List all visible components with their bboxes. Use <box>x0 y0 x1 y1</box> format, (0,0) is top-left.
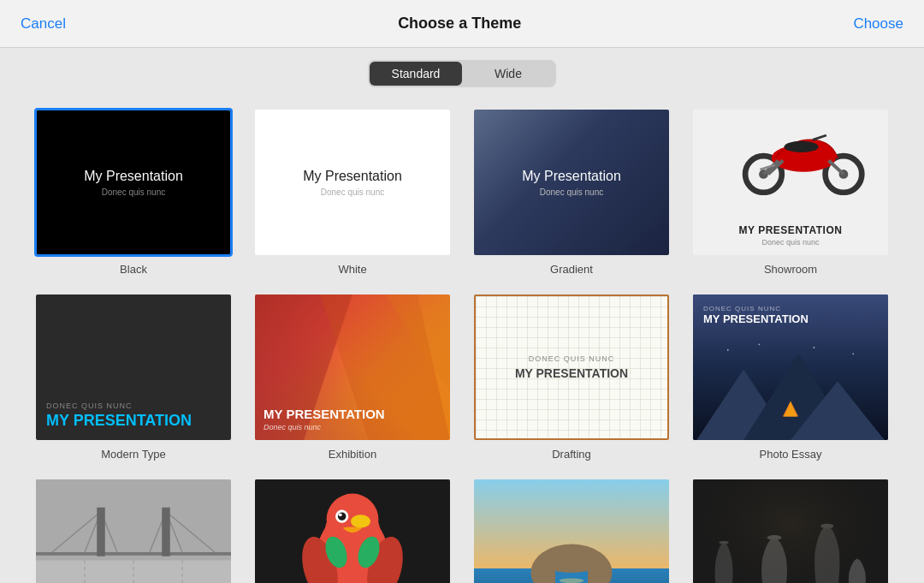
theme-showroom-label: Showroom <box>764 263 817 276</box>
svg-rect-32 <box>36 561 231 584</box>
theme-black[interactable]: My Presentation Donec quis nunc Black <box>34 108 233 276</box>
svg-rect-64 <box>693 479 888 583</box>
svg-point-18 <box>727 349 729 351</box>
theme-bw[interactable] <box>34 478 233 583</box>
theme-white-label: White <box>338 263 366 276</box>
svg-line-8 <box>828 160 843 174</box>
theme-photoessay-label: Photo Essay <box>760 448 822 461</box>
theme-moderntype-thumbnail: DONEC QUIS NUNC MY PRESENTATION <box>34 293 233 442</box>
theme-moderntype-title: MY PRESENTATION <box>46 412 192 430</box>
theme-coastal[interactable] <box>472 478 671 583</box>
theme-bw-thumbnail <box>34 478 233 583</box>
parrot-scene <box>255 479 450 583</box>
theme-white-title: My Presentation <box>303 169 402 184</box>
cancel-button[interactable]: Cancel <box>21 15 66 33</box>
theme-gradient[interactable]: My Presentation Donec quis nunc Gradient <box>472 108 671 276</box>
wide-tab[interactable]: Wide <box>462 62 554 86</box>
theme-gradient-label: Gradient <box>550 263 593 276</box>
svg-point-54 <box>543 553 601 573</box>
themes-grid: My Presentation Donec quis nunc Black My… <box>0 99 924 583</box>
theme-exhibition-thumbnail: MY PRESENTATION Donec quis nunc <box>253 293 452 442</box>
theme-black-thumbnail: My Presentation Donec quis nunc <box>34 108 233 257</box>
theme-moderntype-subtitle: DONEC QUIS NUNC <box>46 402 133 410</box>
choose-button[interactable]: Choose <box>853 15 903 33</box>
theme-photoessay-title: MY PRESENTATION <box>703 312 808 325</box>
svg-point-20 <box>814 347 815 348</box>
svg-rect-23 <box>36 552 231 556</box>
coastal-scene <box>474 479 669 583</box>
svg-line-9 <box>812 135 826 140</box>
architecture-scene <box>36 479 231 583</box>
theme-dark-thumbnail <box>691 478 890 583</box>
theme-showroom-title: MY PRESENTATION <box>739 224 843 236</box>
theme-white-subtitle: Donec quis nunc <box>321 187 385 197</box>
mountain-scene <box>693 338 888 440</box>
svg-rect-30 <box>97 508 105 556</box>
theme-showroom-thumbnail: MY PRESENTATION Donec quis nunc <box>691 108 890 257</box>
theme-photoessay-thumbnail: DONEC QUIS NUNC MY PRESENTATION <box>691 293 890 442</box>
theme-photoessay[interactable]: DONEC QUIS NUNC MY PRESENTATION Photo Es… <box>691 293 890 461</box>
svg-point-44 <box>339 513 342 516</box>
theme-black-title: My Presentation <box>84 169 183 184</box>
theme-gradient-thumbnail: My Presentation Donec quis nunc <box>472 108 671 257</box>
svg-point-43 <box>338 512 346 521</box>
theme-gradient-subtitle: Donec quis nunc <box>540 187 604 197</box>
theme-dark[interactable] <box>691 478 890 583</box>
theme-black-label: Black <box>120 263 147 276</box>
svg-rect-31 <box>162 508 170 556</box>
theme-drafting-title: MY PRESENTATION <box>515 366 628 380</box>
theme-exhibition[interactable]: MY PRESENTATION Donec quis nunc Exhibiti… <box>253 293 452 461</box>
dialog-title: Choose a Theme <box>398 15 521 33</box>
theme-white-thumbnail: My Presentation Donec quis nunc <box>253 108 452 257</box>
theme-exhibition-title: MY PRESENTATION <box>264 407 385 421</box>
theme-gradient-title: My Presentation <box>522 169 621 184</box>
standard-tab[interactable]: Standard <box>370 62 462 86</box>
segmented-control: Standard Wide <box>368 60 556 87</box>
theme-drafting-thumbnail: DONEC QUIS NUNC MY PRESENTATION <box>472 293 671 442</box>
theme-exhibition-subtitle: Donec quis nunc <box>264 423 385 431</box>
theme-moderntype-label: Modern Type <box>101 448 166 461</box>
theme-showroom[interactable]: MY PRESENTATION Donec quis nunc Showroom <box>691 108 890 276</box>
theme-parrot[interactable] <box>253 478 452 583</box>
dialog-header: Cancel Choose a Theme Choose <box>0 0 924 48</box>
theme-drafting-subtitle: DONEC QUIS NUNC <box>529 354 615 363</box>
svg-point-45 <box>351 515 370 527</box>
theme-coastal-thumbnail <box>472 478 671 583</box>
theme-showroom-subtitle: Donec quis nunc <box>761 238 819 247</box>
theme-exhibition-label: Exhibition <box>329 448 376 461</box>
svg-point-5 <box>784 141 818 152</box>
theme-white[interactable]: My Presentation Donec quis nunc White <box>253 108 452 276</box>
svg-point-21 <box>852 353 854 354</box>
theme-drafting-label: Drafting <box>552 448 591 461</box>
theme-black-subtitle: Donec quis nunc <box>102 187 166 197</box>
motorcycle-icon <box>726 115 881 195</box>
theme-photoessay-subtitle: DONEC QUIS NUNC <box>703 305 808 312</box>
theme-moderntype[interactable]: DONEC QUIS NUNC MY PRESENTATION Modern T… <box>34 293 233 461</box>
svg-point-55 <box>560 578 584 583</box>
view-mode-control: Standard Wide <box>0 48 924 99</box>
svg-point-19 <box>758 343 760 345</box>
dark-stilllife-scene <box>693 479 888 583</box>
theme-drafting[interactable]: DONEC QUIS NUNC MY PRESENTATION Drafting <box>472 293 671 461</box>
theme-parrot-thumbnail <box>253 478 452 583</box>
